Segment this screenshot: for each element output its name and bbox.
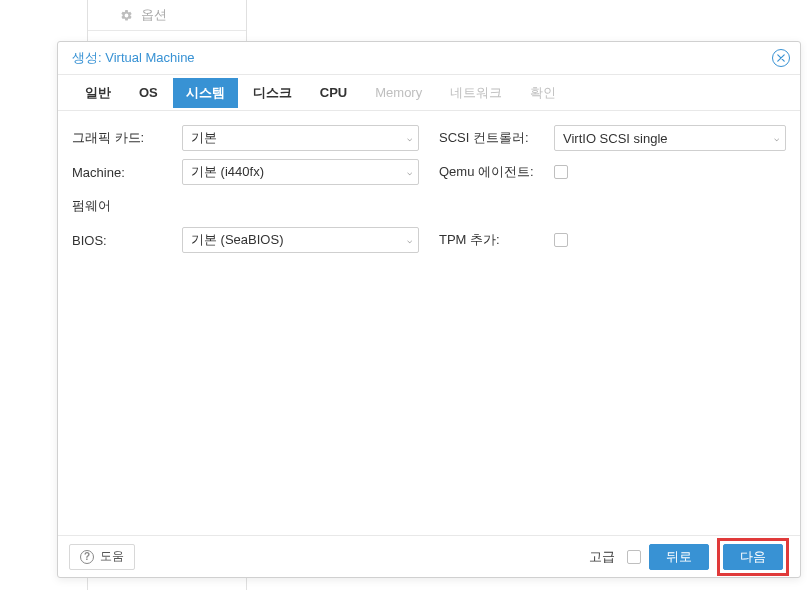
field-graphics-card: 그래픽 카드: 기본 ⌵ <box>72 125 419 151</box>
tab-confirm: 확인 <box>517 78 569 108</box>
machine-value: 기본 (i440fx) <box>191 163 264 181</box>
dialog-footer: ? 도움 고급 뒤로 다음 <box>58 535 800 577</box>
spacer-row <box>439 193 786 219</box>
tab-general[interactable]: 일반 <box>72 78 124 108</box>
field-machine: Machine: 기본 (i440fx) ⌵ <box>72 159 419 185</box>
tab-os[interactable]: OS <box>126 79 171 106</box>
scsi-controller-value: VirtIO SCSI single <box>563 131 668 146</box>
qemu-agent-checkbox[interactable] <box>554 165 568 179</box>
close-icon <box>777 54 785 62</box>
tab-cpu[interactable]: CPU <box>307 79 360 106</box>
graphics-card-label: 그래픽 카드: <box>72 129 182 147</box>
bios-label: BIOS: <box>72 233 182 248</box>
tab-disk[interactable]: 디스크 <box>240 78 305 108</box>
gear-icon <box>120 9 133 22</box>
field-scsi-controller: SCSI 컨트롤러: VirtIO SCSI single ⌵ <box>439 125 786 151</box>
help-label: 도움 <box>100 548 124 565</box>
firmware-label: 펌웨어 <box>72 197 182 215</box>
bios-dropdown[interactable]: 기본 (SeaBIOS) ⌵ <box>182 227 419 253</box>
scsi-controller-label: SCSI 컨트롤러: <box>439 129 554 147</box>
bios-value: 기본 (SeaBIOS) <box>191 231 283 249</box>
sidebar-item-label: 옵션 <box>141 6 167 24</box>
advanced-checkbox[interactable] <box>627 550 641 564</box>
help-button[interactable]: ? 도움 <box>69 544 135 570</box>
tpm-label: TPM 추가: <box>439 231 554 249</box>
chevron-down-icon: ⌵ <box>407 167 412 177</box>
tab-network: 네트워크 <box>437 78 515 108</box>
dialog-title: 생성: Virtual Machine <box>72 49 195 67</box>
chevron-down-icon: ⌵ <box>407 235 412 245</box>
tab-memory: Memory <box>362 79 435 106</box>
right-column: SCSI 컨트롤러: VirtIO SCSI single ⌵ Qemu 에이전… <box>439 125 786 521</box>
dialog-header: 생성: Virtual Machine <box>58 42 800 75</box>
dialog-body: 그래픽 카드: 기본 ⌵ Machine: 기본 (i440fx) ⌵ <box>58 111 800 535</box>
machine-label: Machine: <box>72 165 182 180</box>
close-button[interactable] <box>772 49 790 67</box>
next-button-highlight: 다음 <box>717 538 789 576</box>
next-button[interactable]: 다음 <box>723 544 783 570</box>
field-tpm: TPM 추가: <box>439 227 786 253</box>
wizard-tabs: 일반 OS 시스템 디스크 CPU Memory 네트워크 확인 <box>58 75 800 111</box>
chevron-down-icon: ⌵ <box>774 133 779 143</box>
machine-dropdown[interactable]: 기본 (i440fx) ⌵ <box>182 159 419 185</box>
graphics-card-dropdown[interactable]: 기본 ⌵ <box>182 125 419 151</box>
sidebar-item-options[interactable]: 옵션 <box>88 0 246 31</box>
help-icon: ? <box>80 550 94 564</box>
qemu-agent-label: Qemu 에이전트: <box>439 163 554 181</box>
field-qemu-agent: Qemu 에이전트: <box>439 159 786 185</box>
field-bios: BIOS: 기본 (SeaBIOS) ⌵ <box>72 227 419 253</box>
left-column: 그래픽 카드: 기본 ⌵ Machine: 기본 (i440fx) ⌵ <box>72 125 419 521</box>
graphics-card-value: 기본 <box>191 129 217 147</box>
back-button[interactable]: 뒤로 <box>649 544 709 570</box>
create-vm-dialog: 생성: Virtual Machine 일반 OS 시스템 디스크 CPU Me… <box>57 41 801 578</box>
advanced-label: 고급 <box>589 548 615 566</box>
tpm-checkbox[interactable] <box>554 233 568 247</box>
chevron-down-icon: ⌵ <box>407 133 412 143</box>
field-firmware-heading: 펌웨어 <box>72 193 419 219</box>
tab-system[interactable]: 시스템 <box>173 78 238 108</box>
scsi-controller-dropdown[interactable]: VirtIO SCSI single ⌵ <box>554 125 786 151</box>
